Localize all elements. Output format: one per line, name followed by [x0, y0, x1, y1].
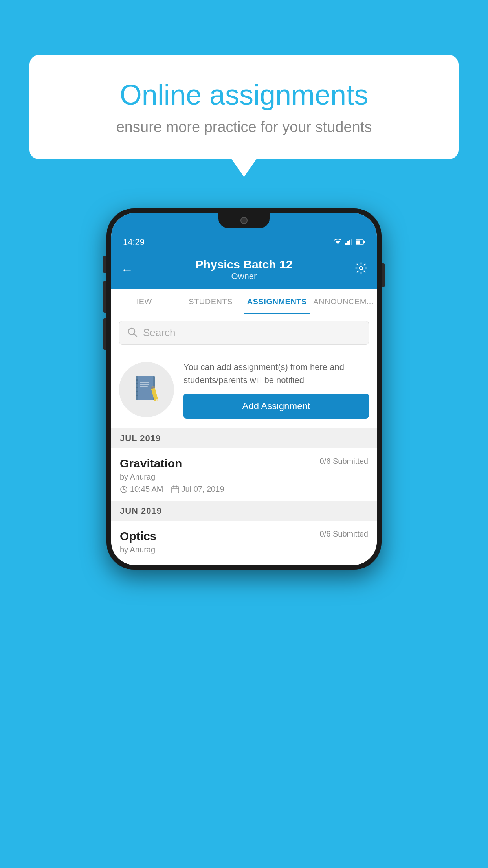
assignment-gravitation-by: by Anurag: [120, 473, 368, 482]
speech-bubble-subtitle: ensure more practice for your students: [57, 119, 431, 136]
app-header: ← Physics Batch 12 Owner: [111, 252, 377, 289]
clock-icon: [120, 485, 128, 493]
search-placeholder: Search: [143, 327, 175, 339]
wifi-icon: [334, 237, 342, 247]
assignment-gravitation-date: Jul 07, 2019: [182, 485, 224, 494]
svg-rect-27: [172, 487, 179, 493]
notebook-icon: [133, 374, 160, 405]
meta-time: 10:45 AM: [120, 485, 163, 494]
assignment-optics-header: Optics 0/6 Submitted: [120, 530, 368, 543]
assignment-item-optics[interactable]: Optics 0/6 Submitted by Anurag: [111, 521, 377, 565]
status-icons: [334, 237, 365, 247]
status-bar: 14:29: [111, 233, 377, 252]
speech-bubble-container: Online assignments ensure more practice …: [29, 55, 459, 159]
assignment-icon-circle: [119, 362, 174, 417]
settings-icon[interactable]: [355, 262, 367, 278]
svg-rect-14: [136, 383, 138, 384]
calendar-icon: [171, 485, 179, 493]
svg-rect-20: [140, 386, 148, 387]
svg-rect-3: [349, 240, 350, 245]
batch-title: Physics Batch 12: [196, 258, 293, 271]
phone-wrapper: 14:29: [106, 208, 382, 570]
back-button[interactable]: ←: [121, 263, 133, 277]
svg-point-8: [360, 267, 363, 270]
tab-assignments[interactable]: ASSIGNMENTS: [244, 289, 310, 314]
svg-rect-6: [363, 241, 365, 243]
battery-icon: [356, 237, 365, 247]
power-button: [382, 263, 385, 287]
tab-announcements[interactable]: ANNOUNCEM...: [310, 289, 377, 314]
status-time: 14:29: [123, 237, 145, 247]
header-title-block: Physics Batch 12 Owner: [196, 258, 293, 281]
assignment-item-gravitation[interactable]: Gravitation 0/6 Submitted by Anurag 10:4…: [111, 448, 377, 501]
assignment-gravitation-submitted: 0/6 Submitted: [320, 457, 368, 466]
signal-icon: [345, 237, 352, 247]
phone-screen: 14:29: [111, 213, 377, 565]
notch-cutout: [218, 213, 270, 228]
svg-rect-17: [136, 395, 138, 396]
svg-rect-13: [136, 379, 138, 381]
add-assignment-description: You can add assignment(s) from here and …: [183, 360, 369, 386]
month-divider-jul: JUL 2019: [111, 428, 377, 448]
volume-up-button: [103, 256, 106, 273]
svg-rect-7: [356, 241, 360, 244]
month-divider-jun: JUN 2019: [111, 501, 377, 521]
assignment-gravitation-time: 10:45 AM: [130, 485, 163, 494]
tab-students[interactable]: STUDENTS: [178, 289, 244, 314]
phone-frame: 14:29: [106, 208, 382, 570]
assignment-gravitation-meta: 10:45 AM Jul 07, 2019: [120, 485, 368, 494]
speech-bubble-title: Online assignments: [57, 79, 431, 111]
svg-line-26: [124, 489, 125, 490]
speech-bubble: Online assignments ensure more practice …: [29, 55, 459, 159]
front-camera: [240, 217, 248, 224]
assignment-gravitation-header: Gravitation 0/6 Submitted: [120, 457, 368, 470]
search-container: Search: [111, 314, 377, 351]
search-icon: [127, 327, 138, 339]
svg-rect-16: [136, 391, 138, 392]
volume-down-button: [103, 281, 106, 313]
add-assignment-area: You can add assignment(s) from here and …: [111, 351, 377, 428]
search-bar[interactable]: Search: [119, 321, 369, 345]
svg-rect-1: [345, 243, 347, 245]
svg-rect-4: [351, 239, 352, 245]
svg-rect-19: [140, 384, 149, 385]
svg-line-10: [134, 334, 137, 337]
add-assignment-right: You can add assignment(s) from here and …: [183, 360, 369, 419]
assignment-optics-submitted: 0/6 Submitted: [320, 530, 368, 539]
meta-date: Jul 07, 2019: [171, 485, 224, 494]
owner-label: Owner: [196, 271, 293, 281]
assignment-optics-name: Optics: [120, 530, 156, 543]
svg-rect-12: [138, 376, 153, 400]
svg-rect-18: [140, 382, 149, 383]
svg-rect-2: [347, 241, 349, 245]
camera-button: [103, 318, 106, 350]
assignment-optics-by: by Anurag: [120, 545, 368, 554]
tab-iew[interactable]: IEW: [111, 289, 178, 314]
svg-rect-15: [136, 387, 138, 388]
phone-notch: [111, 213, 377, 233]
svg-marker-0: [335, 241, 341, 244]
assignment-gravitation-name: Gravitation: [120, 457, 182, 470]
add-assignment-button[interactable]: Add Assignment: [183, 394, 369, 419]
tab-bar: IEW STUDENTS ASSIGNMENTS ANNOUNCEM...: [111, 289, 377, 314]
